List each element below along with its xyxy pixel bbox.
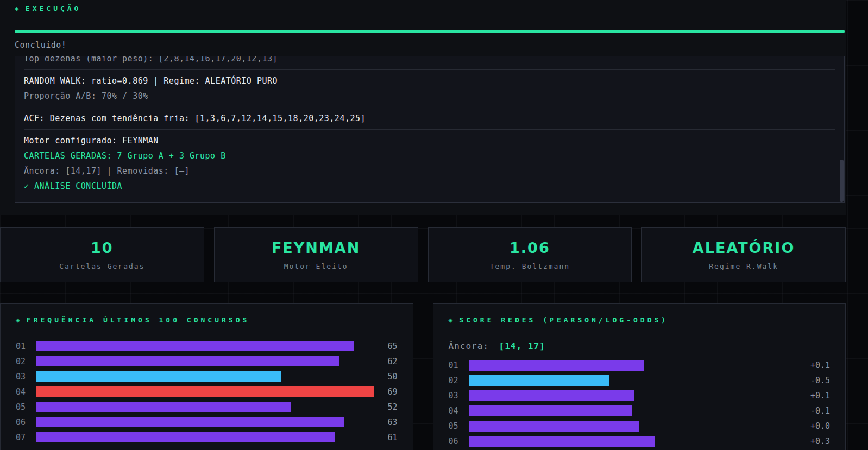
bar	[469, 360, 645, 371]
panel-divider	[16, 332, 398, 332]
execution-log[interactable]: Top dezenas (maior peso): [2,8,14,16,17,…	[15, 56, 845, 203]
frequency-row: 0761	[16, 432, 398, 442]
chart-panels: ◈ FREQUÊNCIA ÚLTIMOS 100 CONCURSOS 01650…	[0, 303, 846, 450]
bar	[36, 341, 354, 351]
bar-value-label: 62	[374, 357, 398, 366]
log-line: Âncora: [14,17] | Removidas: [—]	[24, 163, 835, 179]
frequency-row: 0165	[16, 341, 398, 351]
log-scrollbar-thumb[interactable]	[840, 160, 844, 202]
score-row: 05+0.0	[449, 421, 831, 432]
bar-value-label: 69	[374, 387, 398, 397]
bar-track	[469, 360, 807, 371]
diamond-icon: ◈	[449, 316, 453, 324]
bar-track	[36, 341, 374, 351]
stat-label: Motor Eleito	[284, 262, 348, 270]
stat-card-temp: 1.06 Temp. Boltzmann	[428, 227, 632, 282]
score-row: 03+0.1	[449, 390, 831, 401]
anchor-line: Âncora: [14, 17]	[449, 341, 831, 351]
stat-label: Temp. Boltzmann	[490, 262, 570, 270]
log-line: Proporção A/B: 70% / 30%	[24, 88, 835, 104]
bar-value-label: 65	[374, 341, 398, 351]
bar-value-label: 61	[374, 433, 398, 442]
bar-track	[36, 417, 374, 427]
frequency-bars: 0165026203500469055206630761	[16, 341, 398, 442]
score-panel: ◈ SCORE REDES (PEARSON/LOG-ODDS) Âncora:…	[433, 303, 846, 450]
log-line: CARTELAS GERADAS: 7 Grupo A + 3 Grupo B	[24, 148, 835, 163]
title-divider	[15, 20, 845, 20]
diamond-icon: ◈	[15, 4, 19, 12]
bar-category-label: 01	[16, 341, 30, 351]
frequency-row: 0350	[16, 371, 398, 382]
bar-category-label: 05	[16, 402, 30, 412]
bar-value-label: -0.1	[806, 406, 830, 416]
bar-track	[36, 386, 374, 397]
bar-track	[469, 375, 807, 386]
bar-track	[36, 356, 374, 366]
stat-label: Regime R.Walk	[709, 262, 778, 270]
bar-track	[469, 390, 807, 401]
bar-track	[36, 402, 374, 412]
anchor-label: Âncora:	[449, 341, 489, 351]
bar	[36, 432, 335, 442]
bar	[469, 436, 655, 447]
bar-track	[469, 421, 807, 432]
bar	[36, 371, 281, 382]
panel-divider	[449, 332, 831, 332]
score-row: 02-0.5	[449, 375, 831, 386]
score-panel-title: ◈ SCORE REDES (PEARSON/LOG-ODDS)	[449, 316, 831, 324]
bar-category-label: 07	[16, 433, 30, 442]
bar-track	[36, 432, 374, 442]
bar-category-label: 02	[449, 376, 463, 385]
progress-bar	[15, 30, 845, 33]
bar	[36, 386, 374, 397]
bar-category-label: 06	[449, 436, 463, 446]
bar-value-label: +0.1	[806, 360, 830, 370]
score-row: 04-0.1	[449, 405, 831, 416]
frequency-row: 0552	[16, 402, 398, 412]
bar-category-label: 04	[16, 387, 30, 397]
frequency-title-text: FREQUÊNCIA ÚLTIMOS 100 CONCURSOS	[27, 316, 249, 324]
log-line: Motor configurado: FEYNMAN	[24, 133, 835, 148]
bar-category-label: 05	[449, 421, 463, 431]
bar	[469, 375, 609, 386]
bar	[36, 356, 339, 366]
bar-value-label: 63	[374, 417, 398, 427]
execution-section: ◈ EXECUÇÃO Concluído! Top dezenas (maior…	[0, 0, 846, 215]
diamond-icon: ◈	[16, 316, 20, 324]
bar	[469, 390, 634, 401]
bar	[469, 405, 633, 416]
anchor-value: [14, 17]	[499, 341, 545, 351]
bar-track	[36, 371, 374, 382]
bar-category-label: 01	[449, 360, 463, 370]
log-line: ✓ ANÁLISE CONCLUÍDA	[24, 179, 835, 194]
execution-title-text: EXECUÇÃO	[26, 4, 81, 12]
frequency-row: 0262	[16, 356, 398, 366]
frequency-row: 0663	[16, 417, 398, 427]
stat-card-cartelas: 10 Cartelas Geradas	[0, 227, 204, 282]
bar	[36, 417, 344, 427]
score-bars: 01+0.102-0.503+0.104-0.105+0.006+0.3	[449, 360, 831, 447]
bar-value-label: 52	[374, 402, 398, 412]
execution-title: ◈ EXECUÇÃO	[15, 4, 845, 12]
bar-category-label: 06	[16, 417, 30, 427]
bar	[469, 421, 639, 432]
stat-value: FEYNMAN	[272, 239, 360, 256]
frequency-panel: ◈ FREQUÊNCIA ÚLTIMOS 100 CONCURSOS 01650…	[0, 303, 413, 450]
stat-card-regime: ALEATÓRIO Regime R.Walk	[641, 227, 846, 282]
bar-category-label: 03	[449, 391, 463, 401]
bar-track	[469, 436, 807, 447]
bar-category-label: 02	[16, 357, 30, 366]
bar-value-label: 50	[374, 372, 398, 382]
stat-value: 1.06	[510, 239, 550, 256]
bar-value-label: +0.0	[806, 421, 830, 431]
score-row: 01+0.1	[449, 360, 831, 371]
stat-value: 10	[91, 239, 114, 256]
log-divider	[24, 107, 835, 107]
frequency-panel-title: ◈ FREQUÊNCIA ÚLTIMOS 100 CONCURSOS	[16, 316, 398, 324]
bar-category-label: 03	[16, 372, 30, 382]
bar-category-label: 04	[449, 406, 463, 416]
log-line: ACF: Dezenas com tendência fria: [1,3,6,…	[24, 111, 835, 126]
stat-value: ALEATÓRIO	[693, 239, 795, 256]
dashboard: ◈ EXECUÇÃO Concluído! Top dezenas (maior…	[0, 0, 846, 450]
stat-label: Cartelas Geradas	[59, 262, 144, 270]
